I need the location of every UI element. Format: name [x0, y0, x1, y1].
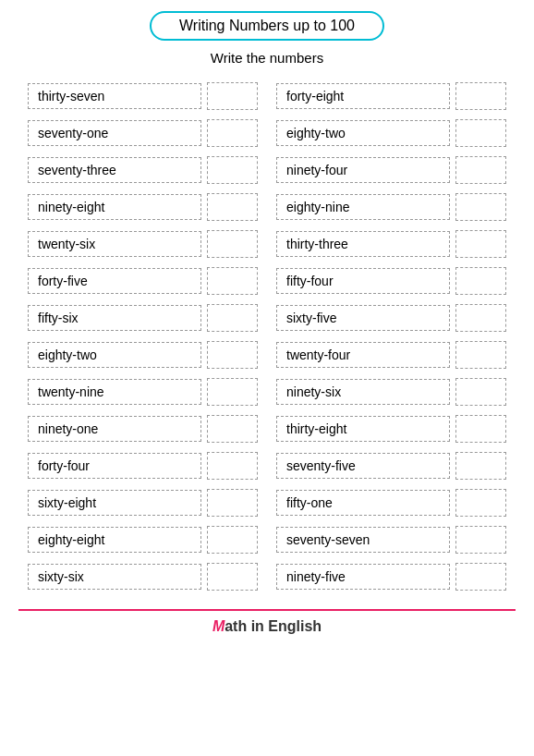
problem-row: eighty-eight	[28, 526, 258, 554]
problem-row: fifty-four	[276, 267, 506, 295]
word-label: ninety-six	[276, 379, 450, 405]
answer-input-box[interactable]	[455, 230, 506, 258]
problem-row: eighty-nine	[276, 193, 506, 221]
answer-input-box[interactable]	[455, 378, 506, 406]
problem-row: forty-four	[28, 452, 258, 480]
problem-row: fifty-one	[276, 489, 506, 517]
problem-row: thirty-eight	[276, 415, 506, 443]
answer-input-box[interactable]	[207, 193, 258, 221]
word-label: ninety-five	[276, 564, 450, 590]
answer-input-box[interactable]	[455, 193, 506, 221]
answer-input-box[interactable]	[455, 304, 506, 332]
answer-input-box[interactable]	[207, 378, 258, 406]
answer-input-box[interactable]	[207, 341, 258, 369]
footer-brand: Math in English	[18, 609, 516, 635]
answer-input-box[interactable]	[207, 452, 258, 480]
answer-input-box[interactable]	[455, 526, 506, 554]
word-label: eighty-nine	[276, 194, 450, 220]
problem-row: seventy-five	[276, 452, 506, 480]
answer-input-box[interactable]	[207, 563, 258, 591]
brand-rest: ath in English	[225, 618, 322, 634]
answer-input-box[interactable]	[455, 341, 506, 369]
answer-input-box[interactable]	[207, 156, 258, 184]
word-label: forty-four	[28, 453, 201, 479]
word-label: thirty-three	[276, 231, 450, 257]
answer-input-box[interactable]	[455, 267, 506, 295]
word-label: sixty-eight	[28, 490, 201, 516]
problem-row: eighty-two	[28, 341, 258, 369]
answer-input-box[interactable]	[207, 526, 258, 554]
problem-row: seventy-one	[28, 119, 258, 147]
problem-row: forty-eight	[276, 82, 506, 110]
word-label: thirty-eight	[276, 416, 450, 442]
word-label: forty-eight	[276, 83, 450, 109]
problems-grid: thirty-sevenforty-eightseventy-oneeighty…	[18, 82, 516, 591]
word-label: seventy-one	[28, 120, 201, 146]
word-label: fifty-one	[276, 490, 450, 516]
problem-row: eighty-two	[276, 119, 506, 147]
word-label: twenty-nine	[28, 379, 201, 405]
problem-row: ninety-four	[276, 156, 506, 184]
answer-input-box[interactable]	[207, 82, 258, 110]
problem-row: sixty-five	[276, 304, 506, 332]
word-label: forty-five	[28, 268, 201, 294]
word-label: eighty-two	[276, 120, 450, 146]
word-label: eighty-eight	[28, 527, 201, 553]
answer-input-box[interactable]	[207, 304, 258, 332]
answer-input-box[interactable]	[455, 415, 506, 443]
subtitle: Write the numbers	[18, 50, 516, 66]
problem-row: sixty-six	[28, 563, 258, 591]
answer-input-box[interactable]	[455, 489, 506, 517]
problem-row: thirty-seven	[28, 82, 258, 110]
answer-input-box[interactable]	[455, 119, 506, 147]
word-label: ninety-one	[28, 416, 201, 442]
problem-row: forty-five	[28, 267, 258, 295]
word-label: ninety-eight	[28, 194, 201, 220]
word-label: sixty-five	[276, 305, 450, 331]
answer-input-box[interactable]	[207, 415, 258, 443]
answer-input-box[interactable]	[207, 267, 258, 295]
word-label: sixty-six	[28, 564, 201, 590]
problem-row: ninety-six	[276, 378, 506, 406]
word-label: seventy-five	[276, 453, 450, 479]
problem-row: fifty-six	[28, 304, 258, 332]
problem-row: ninety-eight	[28, 193, 258, 221]
word-label: fifty-four	[276, 268, 450, 294]
problem-row: sixty-eight	[28, 489, 258, 517]
word-label: twenty-four	[276, 342, 450, 368]
answer-input-box[interactable]	[455, 452, 506, 480]
word-label: eighty-two	[28, 342, 201, 368]
problem-row: twenty-nine	[28, 378, 258, 406]
answer-input-box[interactable]	[455, 82, 506, 110]
answer-input-box[interactable]	[207, 119, 258, 147]
word-label: seventy-seven	[276, 527, 450, 553]
problem-row: thirty-three	[276, 230, 506, 258]
answer-input-box[interactable]	[455, 563, 506, 591]
answer-input-box[interactable]	[207, 489, 258, 517]
problem-row: seventy-seven	[276, 526, 506, 554]
page-title: Writing Numbers up to 100	[150, 11, 384, 41]
problem-row: twenty-six	[28, 230, 258, 258]
problem-row: ninety-one	[28, 415, 258, 443]
word-label: twenty-six	[28, 231, 201, 257]
problem-row: twenty-four	[276, 341, 506, 369]
word-label: thirty-seven	[28, 83, 201, 109]
answer-input-box[interactable]	[207, 230, 258, 258]
problem-row: seventy-three	[28, 156, 258, 184]
word-label: seventy-three	[28, 157, 201, 183]
word-label: ninety-four	[276, 157, 450, 183]
answer-input-box[interactable]	[455, 156, 506, 184]
problem-row: ninety-five	[276, 563, 506, 591]
brand-m: M	[212, 618, 225, 634]
word-label: fifty-six	[28, 305, 201, 331]
